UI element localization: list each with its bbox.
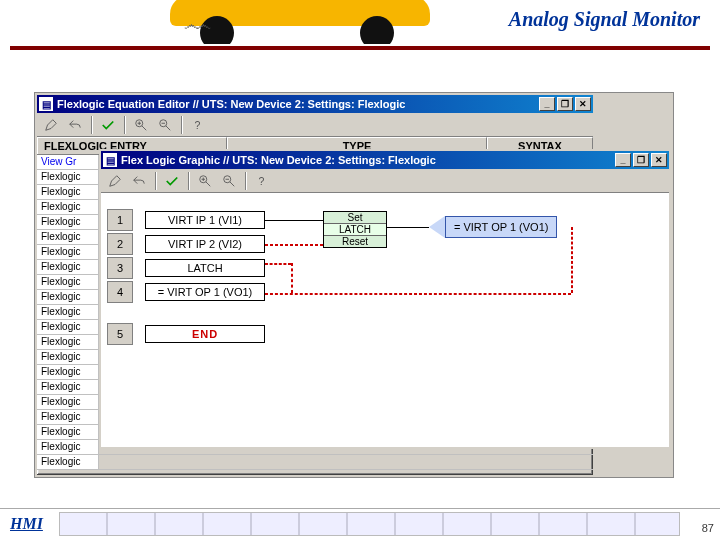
pencil-icon[interactable] [41,115,61,135]
latch-element[interactable]: Set LATCH Reset [323,211,387,248]
zoom-in-icon[interactable] [195,171,215,191]
latch-set-label: Set [324,212,386,224]
zoom-out-icon[interactable] [219,171,239,191]
row-label: Flexlogic [37,305,99,319]
row-label: Flexlogic [37,425,99,439]
maximize-button[interactable]: ❐ [557,97,573,111]
arrow-icon [429,216,445,238]
thumbnail-strip [59,512,680,536]
row-label: Flexlogic [37,170,99,184]
connector-dashed [571,227,573,293]
row-label: Flexlogic [37,185,99,199]
help-icon[interactable]: ? [252,171,272,191]
row-number: 2 [107,233,133,255]
logic-block[interactable]: LATCH [145,259,265,277]
graphic-toolbar: ? [101,169,669,193]
connector [265,220,323,221]
zoom-out-icon[interactable] [155,115,175,135]
row-number: 3 [107,257,133,279]
close-button[interactable]: ✕ [575,97,591,111]
page-number: 87 [702,522,714,534]
graphic-title: Flex Logic Graphic // UTS: New Device 2:… [121,154,436,166]
minimize-button[interactable]: _ [615,153,631,167]
editor-toolbar: ? [37,113,593,137]
undo-icon[interactable] [65,115,85,135]
row-label: Flexlogic [37,320,99,334]
row-number: 5 [107,323,133,345]
row-label: Flexlogic [37,410,99,424]
check-icon[interactable] [98,115,118,135]
latch-reset-label: Reset [324,235,386,247]
page-footer: HMI [0,508,720,538]
graphic-window[interactable]: ▤ Flex Logic Graphic // UTS: New Device … [99,149,671,449]
logic-block[interactable]: VIRT IP 1 (VI1) [145,211,265,229]
app-icon: ▤ [39,97,53,111]
row-label: Flexlogic [37,440,99,454]
row-label: Flexlogic [37,380,99,394]
editor-titlebar[interactable]: ▤ Flexlogic Equation Editor // UTS: New … [37,95,593,113]
row-label: Flexlogic [37,215,99,229]
row-label: Flexlogic [37,395,99,409]
row-label: Flexlogic [37,275,99,289]
row-number: 4 [107,281,133,303]
editor-title: Flexlogic Equation Editor // UTS: New De… [57,98,405,110]
svg-text:?: ? [195,118,201,130]
connector [387,227,429,228]
minimize-button[interactable]: _ [539,97,555,111]
help-icon[interactable]: ? [188,115,208,135]
row-label: Flexlogic [37,245,99,259]
row-label: Flexlogic [37,200,99,214]
end-label: END [192,328,218,340]
row-label: Flexlogic [37,365,99,379]
row-label: Flexlogic [37,335,99,349]
logic-block[interactable]: VIRT IP 2 (VI2) [145,235,265,253]
logic-block[interactable]: = VIRT OP 1 (VO1) [145,283,265,301]
latch-name: LATCH [324,224,386,235]
close-button[interactable]: ✕ [651,153,667,167]
connector-dashed [265,293,571,295]
app-icon: ▤ [103,153,117,167]
row-label: Flexlogic [37,260,99,274]
connector-dashed [265,244,323,246]
pencil-icon[interactable] [105,171,125,191]
graphic-canvas: 1 2 3 4 5 VIRT IP 1 (VI1) VIRT IP 2 (VI2… [101,193,669,447]
view-graphic-link[interactable]: View Gr [37,155,99,169]
check-icon[interactable] [162,171,182,191]
undo-icon[interactable] [129,171,149,191]
bus-art: ෴෴ [170,0,430,44]
connector-dashed [265,263,291,265]
row-label: Flexlogic [37,290,99,304]
page-title: Analog Signal Monitor [509,8,700,31]
maximize-button[interactable]: ❐ [633,153,649,167]
graphic-titlebar[interactable]: ▤ Flex Logic Graphic // UTS: New Device … [101,151,669,169]
row-label: Flexlogic [37,455,99,469]
output-label: = VIRT OP 1 (VO1) [445,216,557,238]
table-row[interactable]: Flexlogic [37,455,593,470]
output-block[interactable]: = VIRT OP 1 (VO1) [429,216,557,238]
workspace: ▤ Flexlogic Equation Editor // UTS: New … [34,92,674,478]
zoom-in-icon[interactable] [131,115,151,135]
row-label: Flexlogic [37,230,99,244]
end-block[interactable]: END [145,325,265,343]
svg-text:?: ? [259,174,265,186]
row-label: Flexlogic [37,350,99,364]
row-number: 1 [107,209,133,231]
connector-dashed [291,263,293,293]
page-header: ෴෴ Analog Signal Monitor [10,2,710,50]
footer-label: HMI [0,515,43,533]
